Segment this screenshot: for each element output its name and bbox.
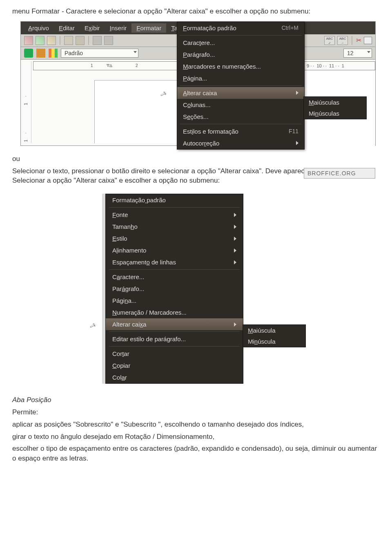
formatar-menu-item[interactable]: Marcadores e numerações...: [177, 60, 304, 72]
menu-separator: [180, 124, 302, 124]
context-menu-item[interactable]: Alterar caixa↖: [106, 318, 243, 330]
menu-item-label: Formatação padrão: [112, 197, 166, 204]
menu-item-label: Alinhamento: [112, 247, 146, 254]
menu-separator: [109, 269, 240, 270]
formatar-menu-item[interactable]: Parágrafo...: [177, 49, 304, 60]
context-menu-item[interactable]: Editar estilo de parágrafo...: [106, 333, 243, 345]
menu-item-label: Alterar caixa: [112, 321, 146, 328]
context-menu-item[interactable]: Caractere...: [106, 271, 243, 283]
menu-item-label: Formatação padrão: [183, 25, 236, 31]
formatar-menu-item[interactable]: Seções...: [177, 111, 304, 123]
menu-arquivo[interactable]: Arquivo: [23, 23, 54, 33]
tool-icon[interactable]: [104, 36, 113, 45]
menu-exibir[interactable]: Exibir: [80, 23, 105, 33]
context-menu-item[interactable]: Página...: [106, 295, 243, 306]
case-submenu-item[interactable]: Maiúsculas: [304, 97, 366, 108]
formatar-menu-item[interactable]: Autocorreção: [177, 137, 304, 149]
find-icon[interactable]: [24, 49, 33, 58]
context-menu-item[interactable]: Alinhamento: [106, 244, 243, 256]
context-menu-item[interactable]: Parágrafo...: [106, 283, 243, 295]
context-menu-item[interactable]: Numeração / Marcadores...: [106, 306, 243, 318]
autospell-icon[interactable]: ABC~: [337, 36, 348, 45]
case-submenu-item[interactable]: Minúsculas: [304, 108, 366, 119]
context-menu: Formatação padrãoFonteTamanhoEstiloAlinh…: [105, 194, 243, 384]
submenu-arrow-icon: [234, 237, 236, 241]
menu-item-label: Copiar: [112, 362, 130, 369]
copy-icon[interactable]: [364, 37, 372, 44]
menu-item-label: Caractere...: [112, 273, 144, 280]
menu-inserir[interactable]: Inserir: [105, 23, 132, 33]
menu-editar[interactable]: Editar: [54, 23, 80, 33]
toolbar-separator: [88, 36, 89, 45]
menu-item-label: Fonte: [112, 211, 128, 218]
dropdown-value: 12: [347, 50, 354, 56]
menu-item-label: Autocorreção: [183, 140, 219, 147]
menu-item-label: Numeração / Marcadores...: [112, 309, 187, 316]
menu-item-label: Editar estilo de parágrafo...: [112, 335, 186, 342]
menu-separator: [109, 331, 240, 332]
case-submenu-item[interactable]: Minúscula: [243, 336, 305, 347]
tool-icon[interactable]: [24, 36, 33, 45]
menu-formatar[interactable]: Formatar: [131, 23, 166, 33]
submenu-arrow-icon: [234, 260, 236, 264]
screenshot-formatar-menu: ArquivoEditarExibirInserirFormatarTabela…: [20, 21, 376, 146]
menu-item-label: Parágrafo...: [183, 51, 215, 58]
spellcheck-icon[interactable]: ABC✓: [324, 36, 335, 45]
toolbar-separator: [60, 36, 60, 45]
tool-icon[interactable]: [47, 36, 56, 45]
menu-item-label: Colar: [112, 374, 127, 381]
tool-icon[interactable]: [49, 49, 58, 58]
menu-item-label: Espaçamento de linhas: [112, 259, 176, 266]
chevron-down-icon: [367, 51, 370, 53]
menu-item-label: Seções...: [183, 113, 209, 120]
tool-icon[interactable]: [36, 49, 45, 58]
context-menu-item[interactable]: Fonte: [106, 209, 243, 221]
paragraph-style-dropdown[interactable]: Padrão: [61, 49, 138, 58]
submenu-arrow-icon: [296, 141, 298, 145]
context-menu-item[interactable]: Espaçamento de linhas: [106, 256, 243, 268]
context-menu-item[interactable]: Formatação padrão: [106, 194, 243, 206]
tool-icon[interactable]: [76, 36, 85, 45]
context-menu-item[interactable]: Colar: [106, 371, 243, 383]
menu-separator: [109, 346, 240, 347]
menu-separator: [180, 35, 302, 36]
broffice-label: BROFFICE.ORG: [304, 168, 375, 179]
formatar-menu-item[interactable]: Formatação padrãoCtrl+M: [177, 22, 304, 34]
ruler-indent-marker[interactable]: ▿▵: [107, 62, 112, 68]
submenu-arrow-icon: [234, 213, 236, 217]
alterar-caixa-submenu: MaiúsculasMinúsculas: [303, 96, 367, 119]
menu-item-label: Página...: [112, 297, 136, 304]
menu-item-label: Colunas...: [183, 101, 211, 108]
context-menu-item[interactable]: Tamanho: [106, 221, 243, 233]
context-menu-item[interactable]: Copiar: [106, 360, 243, 371]
formatar-dropdown-menu: Formatação padrãoCtrl+MCaractere...Parág…: [177, 22, 305, 150]
menu-item-label: Página...: [183, 75, 207, 82]
menu-separator: [180, 85, 302, 86]
formatar-menu-item[interactable]: Colunas...: [177, 99, 304, 111]
formatar-menu-item[interactable]: Caractere...: [177, 37, 304, 49]
menu-shortcut: Ctrl+M: [281, 25, 298, 31]
case-submenu-item[interactable]: Maiúscula: [243, 325, 305, 336]
tool-icon[interactable]: [93, 36, 102, 45]
menu-item-label: Minúscula: [248, 338, 276, 345]
aba-heading: Aba Posição: [12, 395, 380, 405]
menu-item-label: Tamanho: [112, 223, 138, 230]
context-menu-item[interactable]: Estilo: [106, 233, 243, 244]
permite-label: Permite:: [12, 407, 380, 417]
menu-item-label: Alterar caixa: [183, 89, 217, 96]
cut-icon[interactable]: ✂: [356, 36, 361, 44]
toolbar-separator: [352, 36, 352, 45]
tool-icon[interactable]: [36, 36, 45, 45]
font-size-dropdown[interactable]: 12: [343, 49, 372, 58]
submenu-arrow-icon: [234, 248, 236, 253]
submenu-arrow-icon: [234, 225, 236, 229]
formatar-menu-item[interactable]: Alterar caixa↖: [177, 87, 304, 99]
formatar-menu-item[interactable]: Página...: [177, 72, 304, 84]
screenshot-context-menu: Formatação padrãoFonteTamanhoEstiloAlinh…: [102, 194, 306, 384]
tool-icon[interactable]: [64, 36, 73, 45]
cursor-icon: ↖: [89, 319, 98, 331]
formatar-menu-item[interactable]: Estilos e formataçãoF11: [177, 125, 304, 137]
context-menu-item[interactable]: Cortar: [106, 348, 243, 360]
dropdown-value: Padrão: [65, 50, 83, 56]
menu-item-label: Estilo: [112, 235, 127, 242]
